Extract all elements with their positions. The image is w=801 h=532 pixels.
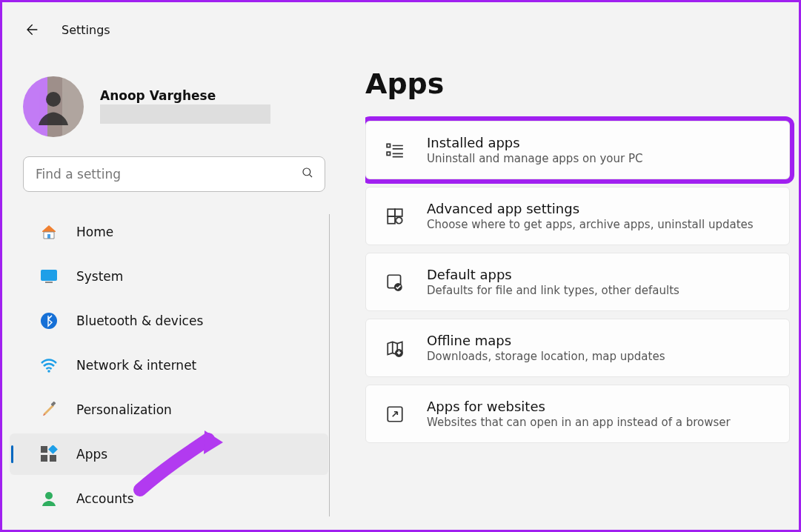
sidebar-item-network[interactable]: Network & internet [10, 345, 328, 386]
map-icon [384, 337, 406, 359]
svg-rect-13 [387, 152, 390, 155]
app-title: Settings [62, 23, 110, 37]
sidebar-item-label: Home [76, 225, 113, 239]
sidebar-item-personalization[interactable]: Personalization [10, 389, 328, 430]
card-subtitle: Defaults for file and link types, other … [427, 284, 679, 297]
svg-rect-16 [388, 216, 395, 224]
sidebar-item-home[interactable]: Home [10, 211, 328, 253]
card-title: Advanced app settings [427, 201, 754, 216]
bluetooth-icon [39, 311, 59, 330]
svg-point-0 [46, 92, 61, 107]
card-title: Offline maps [427, 333, 665, 348]
svg-point-5 [47, 370, 50, 373]
accounts-icon [39, 489, 59, 508]
system-icon [39, 267, 59, 286]
settings-window: Settings Anoop Varghese [0, 0, 801, 532]
svg-rect-12 [387, 144, 390, 147]
default-apps-icon [384, 271, 406, 293]
svg-rect-14 [388, 209, 395, 216]
card-subtitle: Uninstall and manage apps on your PC [427, 152, 642, 165]
svg-rect-15 [395, 209, 402, 216]
search-box[interactable] [23, 156, 325, 192]
search-icon [301, 166, 314, 182]
apps-icon [39, 445, 59, 464]
sidebar-item-label: Personalization [76, 402, 172, 417]
svg-point-4 [41, 313, 57, 329]
sidebar-item-label: System [76, 269, 123, 284]
sidebar-item-system[interactable]: System [10, 256, 328, 297]
svg-point-17 [396, 217, 402, 224]
scroll-rail[interactable] [329, 214, 330, 516]
svg-rect-3 [45, 282, 53, 283]
svg-rect-7 [41, 446, 47, 453]
open-in-app-icon [384, 403, 406, 425]
wifi-icon [39, 356, 59, 375]
profile-block[interactable]: Anoop Varghese [2, 69, 336, 137]
sidebar-nav: Home System Bluetooth & devices Network … [2, 211, 336, 519]
sidebar-item-label: Bluetooth & devices [76, 313, 203, 328]
svg-rect-9 [41, 455, 47, 462]
sidebar-item-label: Apps [76, 447, 107, 462]
svg-rect-10 [50, 455, 56, 462]
card-title: Default apps [427, 267, 679, 282]
sidebar-item-label: Accounts [76, 491, 134, 506]
card-subtitle: Websites that can open in an app instead… [427, 416, 731, 429]
card-subtitle: Downloads, storage location, map updates [427, 350, 665, 363]
main-content: Apps Installed apps Uninstall and manage… [365, 54, 799, 530]
card-title: Installed apps [427, 135, 642, 150]
card-title: Apps for websites [427, 399, 731, 414]
card-advanced-app-settings[interactable]: Advanced app settings Choose where to ge… [365, 187, 790, 245]
sidebar: Anoop Varghese Home [2, 54, 336, 530]
app-gear-icon [384, 205, 406, 227]
sidebar-item-bluetooth[interactable]: Bluetooth & devices [10, 300, 328, 342]
card-subtitle: Choose where to get apps, archive apps, … [427, 218, 754, 231]
card-default-apps[interactable]: Default apps Defaults for file and link … [365, 253, 790, 311]
svg-rect-6 [50, 401, 56, 406]
profile-email-redacted [100, 104, 270, 124]
paintbrush-icon [39, 400, 59, 419]
card-installed-apps[interactable]: Installed apps Uninstall and manage apps… [365, 121, 790, 179]
sidebar-item-label: Network & internet [76, 358, 196, 373]
card-apps-for-websites[interactable]: Apps for websites Websites that can open… [365, 385, 790, 443]
back-button[interactable] [23, 21, 39, 38]
search-input[interactable] [36, 167, 301, 182]
profile-name: Anoop Varghese [100, 76, 270, 103]
svg-point-11 [45, 492, 53, 499]
avatar [23, 76, 84, 137]
svg-point-1 [303, 168, 310, 176]
titlebar: Settings [2, 2, 799, 38]
svg-rect-2 [41, 270, 57, 281]
sidebar-item-apps[interactable]: Apps [10, 433, 328, 475]
list-icon [384, 139, 406, 162]
svg-rect-8 [48, 445, 58, 454]
sidebar-item-accounts[interactable]: Accounts [10, 478, 328, 519]
home-icon [39, 222, 59, 242]
page-title: Apps [365, 67, 790, 100]
card-offline-maps[interactable]: Offline maps Downloads, storage location… [365, 319, 790, 377]
